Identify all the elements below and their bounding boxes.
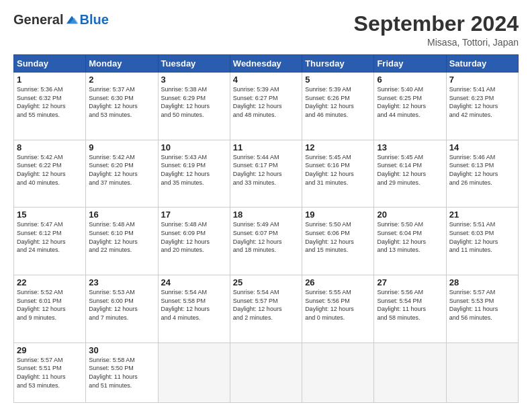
- day-number: 27: [377, 277, 443, 287]
- day-info: Sunrise: 5:56 AM Sunset: 5:54 PM Dayligh…: [377, 288, 443, 322]
- table-row: 26Sunrise: 5:55 AM Sunset: 5:56 PM Dayli…: [302, 275, 374, 343]
- calendar-week-row: 22Sunrise: 5:52 AM Sunset: 6:01 PM Dayli…: [14, 275, 519, 343]
- table-row: 30Sunrise: 5:58 AM Sunset: 5:50 PM Dayli…: [86, 342, 158, 402]
- table-row: 28Sunrise: 5:57 AM Sunset: 5:53 PM Dayli…: [446, 275, 518, 343]
- day-info: Sunrise: 5:55 AM Sunset: 5:56 PM Dayligh…: [305, 288, 371, 322]
- col-monday: Monday: [86, 55, 158, 73]
- day-info: Sunrise: 5:53 AM Sunset: 6:00 PM Dayligh…: [89, 288, 154, 322]
- day-info: Sunrise: 5:50 AM Sunset: 6:06 PM Dayligh…: [305, 220, 371, 254]
- day-info: Sunrise: 5:42 AM Sunset: 6:20 PM Dayligh…: [89, 153, 154, 187]
- day-info: Sunrise: 5:52 AM Sunset: 6:01 PM Dayligh…: [17, 288, 83, 322]
- table-row: 6Sunrise: 5:40 AM Sunset: 6:25 PM Daylig…: [374, 73, 446, 140]
- day-number: 6: [377, 75, 443, 85]
- table-row: 18Sunrise: 5:49 AM Sunset: 6:07 PM Dayli…: [230, 208, 302, 275]
- table-row: 7Sunrise: 5:41 AM Sunset: 6:23 PM Daylig…: [446, 73, 518, 140]
- table-row: 25Sunrise: 5:54 AM Sunset: 5:57 PM Dayli…: [230, 275, 302, 343]
- day-info: Sunrise: 5:43 AM Sunset: 6:19 PM Dayligh…: [161, 153, 227, 187]
- day-number: 8: [17, 142, 83, 152]
- table-row: 24Sunrise: 5:54 AM Sunset: 5:58 PM Dayli…: [158, 275, 230, 343]
- logo: General Blue: [13, 12, 109, 28]
- day-info: Sunrise: 5:57 AM Sunset: 5:51 PM Dayligh…: [17, 356, 83, 390]
- day-number: 9: [89, 142, 154, 152]
- table-row: [230, 342, 302, 402]
- month-title: September 2024: [354, 12, 519, 36]
- col-thursday: Thursday: [302, 55, 374, 73]
- table-row: 9Sunrise: 5:42 AM Sunset: 6:20 PM Daylig…: [86, 140, 158, 208]
- day-number: 19: [305, 210, 371, 220]
- col-tuesday: Tuesday: [158, 55, 230, 73]
- day-number: 4: [233, 75, 299, 85]
- day-info: Sunrise: 5:46 AM Sunset: 6:13 PM Dayligh…: [449, 153, 515, 187]
- day-number: 2: [89, 75, 154, 85]
- day-info: Sunrise: 5:49 AM Sunset: 6:07 PM Dayligh…: [233, 220, 299, 254]
- day-info: Sunrise: 5:40 AM Sunset: 6:25 PM Dayligh…: [377, 85, 443, 119]
- title-block: September 2024 Misasa, Tottori, Japan: [354, 12, 519, 48]
- col-sunday: Sunday: [14, 55, 86, 73]
- table-row: 17Sunrise: 5:48 AM Sunset: 6:09 PM Dayli…: [158, 208, 230, 275]
- calendar-week-row: 8Sunrise: 5:42 AM Sunset: 6:22 PM Daylig…: [14, 140, 519, 208]
- day-number: 5: [305, 75, 371, 85]
- table-row: 23Sunrise: 5:53 AM Sunset: 6:00 PM Dayli…: [86, 275, 158, 343]
- table-row: 10Sunrise: 5:43 AM Sunset: 6:19 PM Dayli…: [158, 140, 230, 208]
- table-row: 5Sunrise: 5:39 AM Sunset: 6:26 PM Daylig…: [302, 73, 374, 140]
- table-row: 11Sunrise: 5:44 AM Sunset: 6:17 PM Dayli…: [230, 140, 302, 208]
- day-number: 29: [17, 345, 83, 355]
- day-info: Sunrise: 5:45 AM Sunset: 6:14 PM Dayligh…: [377, 153, 443, 187]
- day-info: Sunrise: 5:36 AM Sunset: 6:32 PM Dayligh…: [17, 85, 83, 119]
- page: General Blue September 2024 Misasa, Tott…: [0, 0, 532, 411]
- logo-icon: [64, 13, 79, 28]
- day-info: Sunrise: 5:47 AM Sunset: 6:12 PM Dayligh…: [17, 220, 83, 254]
- table-row: 13Sunrise: 5:45 AM Sunset: 6:14 PM Dayli…: [374, 140, 446, 208]
- day-info: Sunrise: 5:42 AM Sunset: 6:22 PM Dayligh…: [17, 153, 83, 187]
- day-number: 28: [449, 277, 515, 287]
- table-row: 3Sunrise: 5:38 AM Sunset: 6:29 PM Daylig…: [158, 73, 230, 140]
- day-info: Sunrise: 5:50 AM Sunset: 6:04 PM Dayligh…: [377, 220, 443, 254]
- table-row: 20Sunrise: 5:50 AM Sunset: 6:04 PM Dayli…: [374, 208, 446, 275]
- day-number: 21: [449, 210, 515, 220]
- day-info: Sunrise: 5:37 AM Sunset: 6:30 PM Dayligh…: [89, 85, 154, 119]
- table-row: 2Sunrise: 5:37 AM Sunset: 6:30 PM Daylig…: [86, 73, 158, 140]
- col-friday: Friday: [374, 55, 446, 73]
- calendar-week-row: 1Sunrise: 5:36 AM Sunset: 6:32 PM Daylig…: [14, 73, 519, 140]
- day-info: Sunrise: 5:48 AM Sunset: 6:09 PM Dayligh…: [161, 220, 227, 254]
- day-info: Sunrise: 5:51 AM Sunset: 6:03 PM Dayligh…: [449, 220, 515, 254]
- day-number: 26: [305, 277, 371, 287]
- day-info: Sunrise: 5:54 AM Sunset: 5:57 PM Dayligh…: [233, 288, 299, 322]
- table-row: 29Sunrise: 5:57 AM Sunset: 5:51 PM Dayli…: [14, 342, 86, 402]
- table-row: 4Sunrise: 5:39 AM Sunset: 6:27 PM Daylig…: [230, 73, 302, 140]
- calendar-table: Sunday Monday Tuesday Wednesday Thursday…: [13, 54, 519, 403]
- calendar-week-row: 15Sunrise: 5:47 AM Sunset: 6:12 PM Dayli…: [14, 208, 519, 275]
- col-wednesday: Wednesday: [230, 55, 302, 73]
- day-info: Sunrise: 5:45 AM Sunset: 6:16 PM Dayligh…: [305, 153, 371, 187]
- logo-general-text: General: [13, 12, 63, 28]
- day-number: 1: [17, 75, 83, 85]
- table-row: 8Sunrise: 5:42 AM Sunset: 6:22 PM Daylig…: [14, 140, 86, 208]
- day-info: Sunrise: 5:58 AM Sunset: 5:50 PM Dayligh…: [89, 356, 154, 390]
- table-row: [374, 342, 446, 402]
- day-number: 3: [161, 75, 227, 85]
- day-number: 7: [449, 75, 515, 85]
- logo-blue-text: Blue: [79, 12, 108, 28]
- table-row: 27Sunrise: 5:56 AM Sunset: 5:54 PM Dayli…: [374, 275, 446, 343]
- day-number: 25: [233, 277, 299, 287]
- table-row: 15Sunrise: 5:47 AM Sunset: 6:12 PM Dayli…: [14, 208, 86, 275]
- day-info: Sunrise: 5:41 AM Sunset: 6:23 PM Dayligh…: [449, 85, 515, 119]
- day-number: 18: [233, 210, 299, 220]
- day-number: 12: [305, 142, 371, 152]
- calendar-header-row: Sunday Monday Tuesday Wednesday Thursday…: [14, 55, 519, 73]
- day-number: 10: [161, 142, 227, 152]
- col-saturday: Saturday: [446, 55, 518, 73]
- table-row: 14Sunrise: 5:46 AM Sunset: 6:13 PM Dayli…: [446, 140, 518, 208]
- day-number: 17: [161, 210, 227, 220]
- day-number: 20: [377, 210, 443, 220]
- day-number: 13: [377, 142, 443, 152]
- table-row: [446, 342, 518, 402]
- table-row: 16Sunrise: 5:48 AM Sunset: 6:10 PM Dayli…: [86, 208, 158, 275]
- header: General Blue September 2024 Misasa, Tott…: [13, 12, 519, 48]
- day-info: Sunrise: 5:48 AM Sunset: 6:10 PM Dayligh…: [89, 220, 154, 254]
- calendar-week-row: 29Sunrise: 5:57 AM Sunset: 5:51 PM Dayli…: [14, 342, 519, 402]
- day-number: 24: [161, 277, 227, 287]
- day-info: Sunrise: 5:38 AM Sunset: 6:29 PM Dayligh…: [161, 85, 227, 119]
- table-row: 12Sunrise: 5:45 AM Sunset: 6:16 PM Dayli…: [302, 140, 374, 208]
- table-row: [302, 342, 374, 402]
